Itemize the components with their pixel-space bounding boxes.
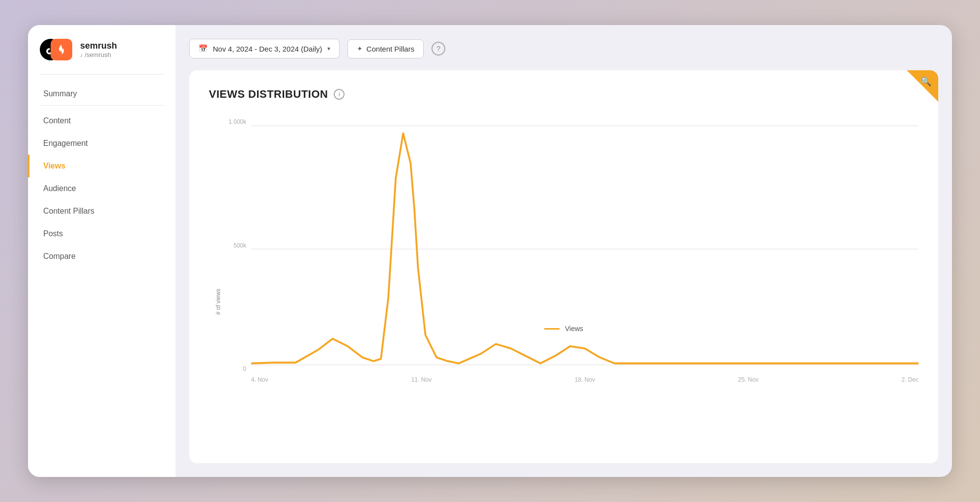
tiktok-small-icon: ♪	[80, 52, 83, 58]
search-icon: 🔍	[921, 76, 931, 87]
chart-area: # of views 1 000k 500k 0	[209, 118, 919, 315]
chart-grid-area: 1 000k 500k 0	[222, 118, 919, 372]
brand-info: semrush ♪ /semrush	[80, 41, 117, 58]
chart-title: VIEWS DISTRIBUTION	[209, 88, 328, 101]
date-picker-button[interactable]: 📅 Nov 4, 2024 - Dec 3, 2024 (Daily) ▾	[189, 39, 340, 58]
y-axis-label: # of views	[209, 118, 222, 315]
svg-chart-wrapper	[251, 118, 919, 372]
nav-divider	[40, 74, 164, 75]
x-axis-labels: 4. Nov 11. Nov 18. Nov 25. Nov 2. Dec	[222, 372, 919, 383]
sidebar: semrush ♪ /semrush Summary Content Engag…	[28, 25, 175, 477]
y-ticks: 1 000k 500k 0	[222, 118, 251, 372]
sidebar-item-compare[interactable]: Compare	[28, 245, 175, 268]
chart-with-axes: 1 000k 500k 0	[222, 118, 919, 315]
sidebar-item-audience[interactable]: Audience	[28, 177, 175, 200]
y-tick-1000k: 1 000k	[229, 118, 246, 125]
chart-title-row: VIEWS DISTRIBUTION i	[209, 88, 919, 101]
sparkle-icon: ✦	[357, 45, 363, 53]
sidebar-item-posts[interactable]: Posts	[28, 223, 175, 245]
toolbar: 📅 Nov 4, 2024 - Dec 3, 2024 (Daily) ▾ ✦ …	[189, 39, 938, 58]
views-line	[251, 133, 919, 363]
brand-name: semrush	[80, 41, 117, 51]
sidebar-item-content[interactable]: Content	[28, 110, 175, 132]
help-button[interactable]: ?	[432, 42, 445, 56]
info-icon[interactable]: i	[334, 89, 345, 100]
content-pillars-label: Content Pillars	[367, 45, 415, 53]
semrush-logo	[51, 39, 72, 60]
sidebar-nav: Summary Content Engagement Views Audienc…	[28, 79, 175, 272]
sidebar-item-engagement[interactable]: Engagement	[28, 132, 175, 155]
x-tick-nov4: 4. Nov	[251, 376, 268, 383]
question-mark-icon: ?	[436, 45, 440, 53]
main-content: 📅 Nov 4, 2024 - Dec 3, 2024 (Daily) ▾ ✦ …	[175, 25, 952, 477]
sidebar-item-summary[interactable]: Summary	[28, 83, 175, 105]
chart-panel: 🔍 VIEWS DISTRIBUTION i # of views 1 000k…	[189, 70, 938, 463]
x-tick-nov25: 25. Nov	[738, 376, 758, 383]
x-tick-dec2: 2. Dec	[901, 376, 919, 383]
sidebar-item-views[interactable]: Views	[28, 155, 175, 177]
date-range-label: Nov 4, 2024 - Dec 3, 2024 (Daily)	[213, 45, 322, 53]
y-tick-500k: 500k	[233, 242, 246, 249]
sidebar-header: semrush ♪ /semrush	[28, 25, 175, 74]
sidebar-item-content-pillars[interactable]: Content Pillars	[28, 200, 175, 223]
app-container: semrush ♪ /semrush Summary Content Engag…	[28, 25, 952, 477]
brand-handle: ♪ /semrush	[80, 51, 117, 58]
x-tick-nov18: 18. Nov	[575, 376, 595, 383]
nav-divider-2	[40, 105, 164, 106]
x-tick-nov11: 11. Nov	[411, 376, 432, 383]
chevron-down-icon: ▾	[327, 45, 330, 52]
chart-svg	[251, 118, 919, 372]
y-tick-0: 0	[243, 365, 246, 372]
calendar-icon: 📅	[199, 44, 208, 53]
content-pillars-button[interactable]: ✦ Content Pillars	[347, 39, 424, 58]
